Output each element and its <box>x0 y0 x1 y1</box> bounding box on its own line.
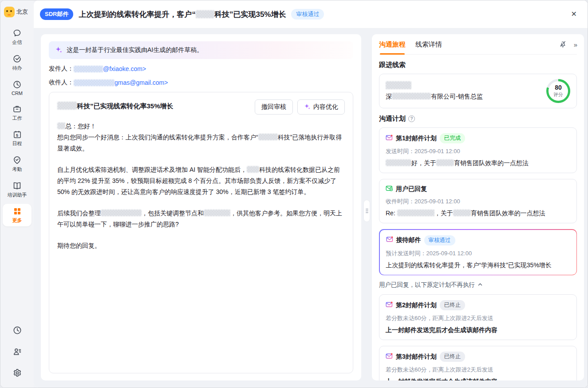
book-icon <box>12 181 22 190</box>
sdr-email-badge: SDR邮件 <box>40 8 73 20</box>
sidebar-item-training[interactable]: 培训助手 <box>3 178 32 201</box>
active-plan-highlight: 接待邮件 审核通过 预计发送时间：2025-09-01 12:00 上次提到的线… <box>379 229 577 275</box>
plan-title: 第2封邮件计划 <box>396 301 437 309</box>
mute-notifications-icon[interactable] <box>559 40 567 50</box>
sparkle-icon <box>304 103 311 111</box>
plan-title: 用户已回复 <box>396 185 427 193</box>
sidebar-item-crm[interactable]: CRM <box>3 77 32 99</box>
app-window: 北京 企信 待办 CRM 工作 5 <box>0 0 588 388</box>
contacts-icon[interactable] <box>12 347 22 358</box>
settings-gear-icon[interactable] <box>12 368 22 380</box>
plan-section-title: 沟通计划? <box>379 115 577 123</box>
lead-card[interactable]: 深有限公司-销售总监 80 评分 <box>379 74 577 108</box>
sidebar-item-label: 考勤 <box>12 166 22 173</box>
redacted-text <box>392 93 431 99</box>
sidebar-item-qixin[interactable]: 企信 <box>3 25 32 48</box>
plan-time: 收件时间：2025-09-01 12:00 <box>386 198 570 206</box>
modal-header: SDR邮件 上次提到的线索转化率提升，客户“科技”已实现35%增长 审核通过 ✕ <box>34 0 588 28</box>
redacted-text <box>247 166 259 173</box>
plan-condition: 若分数未达60分，距离上次跟进2天后发送 <box>386 366 570 374</box>
mail-icon <box>386 352 393 361</box>
ai-banner-text: 这是一封基于行业最佳实践由AI生成的邮件草稿。 <box>67 46 203 54</box>
from-address: @fxiaoke.com> <box>103 65 146 72</box>
pin-check-icon <box>12 155 22 165</box>
mail-icon <box>386 301 393 310</box>
plan-status-badge: 审核通过 <box>424 235 455 245</box>
lead-score-value: 80 <box>555 84 562 91</box>
sidebar-item-todo[interactable]: 待办 <box>3 51 32 74</box>
paragraph: 后续我们会整理，包括关键调整节点和，供其他客户参考。如果您方便，明天上午可以简单… <box>57 208 345 230</box>
to-line: 收件人： gmas@gmail.com> <box>49 79 353 87</box>
to-address: gmas@gmail.com> <box>114 79 168 86</box>
from-line: 发件人： @fxiaoke.com> <box>49 65 353 73</box>
draft-subject: 科技”已实现线索转化率35%增长 <box>57 99 174 111</box>
workspace-switcher[interactable]: 北京 <box>0 4 34 20</box>
chat-bubble-icon <box>12 28 22 38</box>
sidebar-item-work[interactable]: 工作 <box>3 101 32 124</box>
plan-card-reception-email[interactable]: 接待邮件 审核通过 预计发送时间：2025-09-01 12:00 上次提到的线… <box>380 230 576 275</box>
plan-subject: Re: ，关于育销售团队效率的一点想法 <box>386 210 570 218</box>
sidebar-item-label: 培训助手 <box>8 192 27 198</box>
redacted-text <box>397 210 434 216</box>
sidebar-item-attendance[interactable]: 考勤 <box>3 152 32 175</box>
plan-subject: 上次提到的线索转化率提升，客户“学海科技”已实现35%增长 <box>386 261 570 269</box>
calendar-day-number: 5 <box>13 133 22 138</box>
plan-title: 第3封邮件计划 <box>396 353 437 361</box>
mail-icon <box>386 236 393 245</box>
redacted-text <box>436 159 454 166</box>
sidebar-item-label: 工作 <box>12 115 22 122</box>
cancelled-plans-toggle[interactable]: 用户已回复，以下原定计划不再执行 <box>379 281 577 289</box>
plan-status-badge: 已终止 <box>440 300 466 310</box>
tab-journey[interactable]: 沟通旅程 <box>379 40 406 50</box>
paragraph: 期待您的回复。 <box>57 240 345 251</box>
sidebar-item-label: 更多 <box>12 217 22 224</box>
chevron-up-icon <box>478 282 483 289</box>
plan-status-badge: 已终止 <box>440 352 466 362</box>
plan-condition: 若分数未达60分，距离上次跟进2天后发送 <box>386 314 570 322</box>
modal-body: 这是一封基于行业最佳实践由AI生成的邮件草稿。 发件人： @fxiaoke.co… <box>34 28 588 388</box>
sidebar-item-schedule[interactable]: 5 日程 <box>3 127 32 150</box>
sidebar-item-label: 企信 <box>12 39 22 46</box>
redacted-text <box>57 123 65 129</box>
lead-company: 深有限公司-销售总监 <box>386 93 483 101</box>
plan-card-email-2[interactable]: 第2封邮件计划 已终止 若分数未达60分，距离上次跟进2天后发送 上一封邮件发送… <box>379 294 577 340</box>
content-optimize-button[interactable]: 内容优化 <box>297 99 345 115</box>
grid-icon <box>13 207 22 216</box>
paragraph: 总：您好！想向您同步一个好消息：上次我们沟通的线索转化率提升方案，合作客户“科技… <box>57 121 345 154</box>
plan-time: 预计发送时间：2025-09-01 12:00 <box>386 249 570 257</box>
to-label: 收件人： <box>49 79 74 87</box>
redacted-text <box>74 66 103 72</box>
redacted-text <box>101 210 142 216</box>
paragraph: 自上月优化线索筛选机制、调整跟进话术及增加 AI 智能分配功能后，科技的线索转化… <box>57 164 345 198</box>
redacted-text <box>386 159 411 166</box>
sidebar-item-more[interactable]: 更多 <box>3 204 32 226</box>
plan-card-email-3[interactable]: 第3封邮件计划 已终止 若分数未达60分，距离上次跟进2天后发送 上一封邮件发送… <box>379 346 577 380</box>
close-icon[interactable]: ✕ <box>569 9 579 20</box>
redacted-text <box>204 210 230 216</box>
clock-icon <box>12 80 22 89</box>
sparkle-icon <box>55 46 63 55</box>
plan-card-email-1[interactable]: 第1封邮件计划 已完成 发送时间：2025-09-01 12:00 好，关于育销… <box>379 127 577 173</box>
plan-note: 上一封邮件发送完后才会生成该邮件内容 <box>386 378 570 380</box>
sidebar: 北京 企信 待办 CRM 工作 5 <box>0 0 34 388</box>
collapse-panel-icon[interactable]: » <box>574 41 577 48</box>
history-clock-icon[interactable] <box>12 325 22 337</box>
journey-panel-actions: » <box>559 40 577 50</box>
help-icon[interactable]: ? <box>408 115 415 122</box>
briefcase-icon <box>12 104 22 114</box>
plan-status-badge: 已完成 <box>440 133 466 143</box>
modal-title: 上次提到的线索转化率提升，客户“科技”已实现35%增长 <box>79 9 286 20</box>
plan-title: 第1封邮件计划 <box>396 135 437 143</box>
tab-lead-detail[interactable]: 线索详情 <box>415 40 442 50</box>
sidebar-bottom <box>12 325 22 381</box>
withdraw-review-button[interactable]: 撤回审核 <box>255 99 293 115</box>
plan-card-user-replied[interactable]: 用户已回复 收件时间：2025-09-01 12:00 Re: ，关于育销售团队… <box>379 179 577 223</box>
sidebar-item-label: 日程 <box>12 140 22 147</box>
panel-resize-handle[interactable] <box>364 200 370 222</box>
plan-note: 上一封邮件发送完后才会生成该邮件内容 <box>386 326 570 334</box>
journey-panel: 沟通旅程 线索详情 » 跟进线索 深有限公司-销售总监 80 <box>372 34 584 380</box>
plan-title: 接待邮件 <box>396 236 421 244</box>
lead-section-title: 跟进线索 <box>379 61 577 69</box>
draft-actions: 撤回审核 内容优化 <box>255 99 345 115</box>
redacted-text <box>57 102 77 110</box>
